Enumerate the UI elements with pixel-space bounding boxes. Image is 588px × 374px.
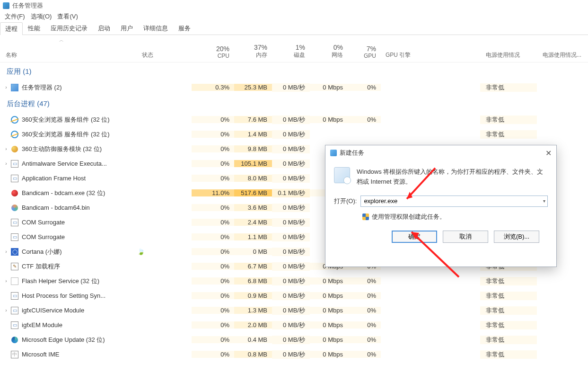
col-name[interactable]: 名称: [0, 49, 137, 62]
ok-button[interactable]: 确定: [392, 231, 437, 243]
process-name: CTF 加载程序: [22, 262, 60, 271]
process-row[interactable]: ▭ Host Process for Setting Syn... 0% 0.9…: [0, 288, 588, 303]
process-icon: ▭: [10, 233, 19, 241]
cell: 1.1 MB: [234, 233, 272, 240]
open-input[interactable]: [364, 197, 543, 205]
cell: 0%: [192, 277, 234, 285]
process-name: Antimalware Service Executa...: [22, 160, 107, 167]
cell: 0 MB: [234, 248, 272, 255]
dialog-titlebar[interactable]: 新建任务 ✕: [325, 145, 556, 160]
cell: 0 MB/秒: [272, 277, 310, 285]
tab-details[interactable]: 详细信息: [138, 22, 173, 35]
close-icon[interactable]: ✕: [545, 149, 552, 158]
cell: 0 Mbps: [310, 321, 348, 329]
column-headers: ︿ 名称 状态 20%CPU 37%内存 1%磁盘 0%网络 7%GPU GPU…: [0, 35, 588, 62]
expand-icon[interactable]: ›: [3, 146, 9, 151]
shield-icon: [362, 214, 369, 220]
section-apps: 应用 (1): [0, 62, 588, 80]
cell: 0 Mbps: [310, 336, 348, 343]
cell: 0 MB/秒: [272, 248, 310, 256]
menu-options[interactable]: 选项(O): [29, 12, 54, 21]
cell: 11.0%: [192, 189, 234, 196]
tab-processes[interactable]: 进程: [0, 22, 23, 35]
power-cell: 非常低: [480, 350, 537, 359]
cell: 0.8 MB: [234, 351, 272, 358]
cell: 0.1 MB/秒: [272, 189, 310, 197]
open-combobox[interactable]: ▾: [360, 196, 548, 207]
cell: 0.4 MB: [234, 336, 272, 343]
cell: 0%: [348, 321, 381, 329]
process-icon: [10, 336, 19, 344]
cancel-button[interactable]: 取消: [443, 231, 488, 243]
power-cell: 非常低: [480, 277, 537, 285]
cell: 0%: [348, 116, 381, 123]
cell: 0 MB/秒: [272, 233, 310, 241]
col-status[interactable]: 状态: [137, 49, 192, 62]
process-row[interactable]: › ▭ igfxCUIService Module 0% 1.3 MB 0 MB…: [0, 303, 588, 318]
expand-icon[interactable]: ›: [3, 85, 9, 90]
cell: 6.7 MB: [234, 263, 272, 270]
col-gpuengine[interactable]: GPU 引擎: [381, 49, 480, 62]
process-row[interactable]: 中 Microsoft IME 0% 0.8 MB 0 MB/秒 0 Mbps …: [0, 347, 588, 362]
process-icon: [10, 145, 19, 153]
cell: 6.8 MB: [234, 277, 272, 285]
process-row[interactable]: › 任务管理器 (2) 0.3% 25.3 MB 0 MB/秒 0 Mbps 0…: [0, 80, 588, 95]
cell: 0 MB/秒: [272, 160, 310, 168]
tab-startup[interactable]: 启动: [93, 22, 115, 35]
col-net[interactable]: 0%网络: [310, 42, 348, 62]
expand-icon[interactable]: ›: [3, 308, 9, 313]
browse-button[interactable]: 浏览(B)...: [494, 231, 539, 243]
col-mem[interactable]: 37%内存: [234, 42, 272, 62]
process-row[interactable]: 360安全浏览器 服务组件 (32 位) 0% 7.6 MB 0 MB/秒 0 …: [0, 112, 588, 127]
process-name: Bandicam - bdcam.exe (32 位): [22, 189, 105, 197]
cell: 8.0 MB: [234, 175, 272, 182]
process-icon: ◯: [10, 248, 19, 256]
cell: 0%: [348, 307, 381, 314]
col-power[interactable]: 电源使用情况: [480, 49, 537, 62]
power-cell: 非常低: [480, 336, 537, 344]
chevron-down-icon[interactable]: ▾: [543, 198, 545, 204]
cell: 0 MB/秒: [272, 262, 310, 271]
cell: 0 MB/秒: [272, 292, 310, 300]
process-name: Cortana (小娜): [22, 248, 62, 256]
tab-users[interactable]: 用户: [115, 22, 138, 35]
process-row[interactable]: › Flash Helper Service (32 位) 0% 6.8 MB …: [0, 274, 588, 288]
cell: 0 Mbps: [310, 292, 348, 299]
process-row[interactable]: ▭ igfxEM Module 0% 2.0 MB 0 MB/秒 0 Mbps …: [0, 318, 588, 332]
process-row[interactable]: 360安全浏览器 服务组件 (32 位) 0% 1.4 MB 0 MB/秒 非常…: [0, 127, 588, 142]
cell: 0 MB/秒: [272, 350, 310, 359]
cell: 0%: [192, 263, 234, 270]
open-label: 打开(O):: [334, 197, 357, 205]
cell: 0%: [348, 84, 381, 91]
cell: 0 MB/秒: [272, 83, 310, 92]
process-name: COM Surrogate: [22, 219, 65, 226]
titlebar: 任务管理器: [0, 0, 588, 11]
process-name: Microsoft IME: [22, 351, 59, 358]
cell: 2.0 MB: [234, 321, 272, 329]
tab-services[interactable]: 服务: [173, 22, 196, 35]
tab-apphistory[interactable]: 应用历史记录: [45, 22, 93, 35]
menu-view[interactable]: 查看(V): [55, 12, 79, 21]
cell: 0 MB/秒: [272, 336, 310, 344]
tab-performance[interactable]: 性能: [23, 22, 45, 35]
cell: 1.3 MB: [234, 307, 272, 314]
process-name: 任务管理器 (2): [22, 83, 62, 92]
col-power-trend[interactable]: 电源使用情况...: [537, 49, 588, 62]
col-cpu[interactable]: 20%CPU: [192, 43, 234, 62]
process-name: 360安全浏览器 服务组件 (32 位): [22, 116, 110, 124]
cell: 105.1 MB: [234, 160, 272, 167]
expand-icon[interactable]: ›: [3, 249, 9, 254]
col-disk[interactable]: 1%磁盘: [272, 42, 310, 62]
process-icon: ▭: [10, 174, 19, 183]
app-icon: [3, 2, 9, 9]
expand-icon[interactable]: ›: [3, 278, 9, 284]
process-name: 360主动防御服务模块 (32 位): [22, 145, 102, 153]
process-name: igfxEM Module: [22, 321, 62, 329]
cell: 0.9 MB: [234, 292, 272, 299]
process-icon: ▭: [10, 306, 19, 315]
process-icon: [10, 116, 19, 124]
col-gpu[interactable]: 7%GPU: [348, 43, 381, 62]
expand-icon[interactable]: ›: [3, 161, 9, 166]
menu-file[interactable]: 文件(F): [3, 12, 27, 21]
process-row[interactable]: Microsoft Edge Update (32 位) 0% 0.4 MB 0…: [0, 332, 588, 347]
